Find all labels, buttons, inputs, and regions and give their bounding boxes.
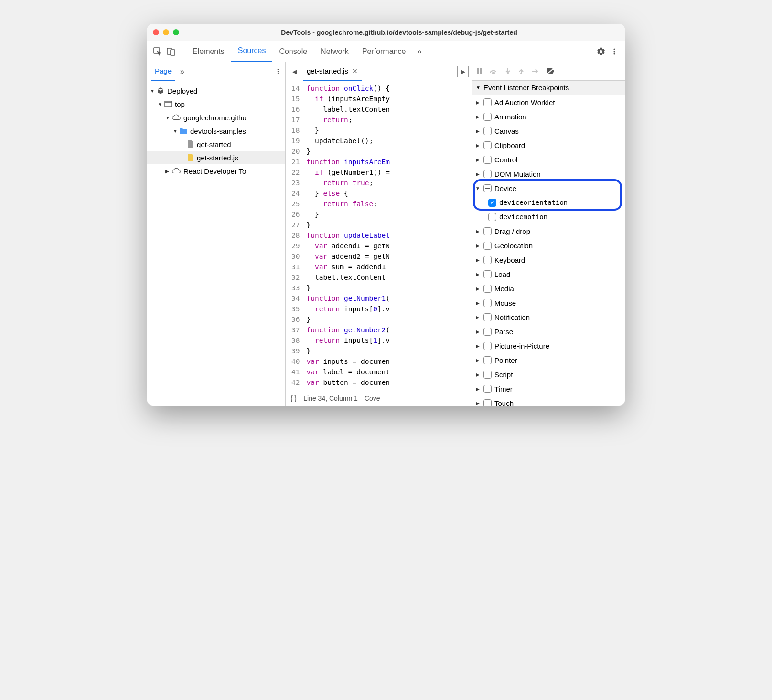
settings-gear-icon[interactable] xyxy=(594,45,608,58)
deactivate-breakpoints-icon[interactable] xyxy=(546,67,555,75)
tree-file-html[interactable]: get-started xyxy=(147,138,285,151)
bp-category[interactable]: ▶DOM Mutation xyxy=(472,167,625,181)
checkbox[interactable] xyxy=(483,356,492,364)
step-over-icon[interactable] xyxy=(489,68,498,74)
event-listener-breakpoints-header[interactable]: ▼ Event Listener Breakpoints xyxy=(472,81,625,95)
step-out-icon[interactable] xyxy=(518,68,525,74)
bp-category[interactable]: ▶Ad Auction Worklet xyxy=(472,95,625,109)
divider xyxy=(182,47,182,56)
checkbox[interactable] xyxy=(483,242,492,250)
tree-extension[interactable]: ▶ React Developer To xyxy=(147,164,285,178)
tree-folder[interactable]: ▼ devtools-samples xyxy=(147,124,285,138)
step-icon[interactable] xyxy=(531,68,539,74)
checkbox[interactable] xyxy=(483,141,492,149)
bp-category[interactable]: ▶Timer xyxy=(472,382,625,396)
window-title: DevTools - googlechrome.github.io/devtoo… xyxy=(179,29,619,36)
bp-category[interactable]: ▶Mouse xyxy=(472,296,625,310)
checkbox[interactable] xyxy=(483,371,492,379)
close-window-button[interactable] xyxy=(153,29,159,35)
svg-rect-12 xyxy=(480,68,482,74)
checkbox[interactable] xyxy=(483,313,492,321)
bp-category[interactable]: ▶Picture-in-Picture xyxy=(472,339,625,353)
checkbox[interactable] xyxy=(483,156,492,164)
cursor-position: Line 34, Column 1 xyxy=(303,394,358,402)
bp-event[interactable]: devicemotion xyxy=(472,210,625,224)
bp-category[interactable]: ▶Geolocation xyxy=(472,238,625,253)
code-content[interactable]: function onClick() { if (inputsAreEmpty … xyxy=(303,81,390,390)
bp-category[interactable]: ▶Touch xyxy=(472,396,625,406)
nav-prev-icon[interactable]: ◀ xyxy=(289,66,300,77)
checkbox[interactable] xyxy=(483,342,492,350)
bp-category[interactable]: ▶Load xyxy=(472,267,625,281)
checkbox[interactable] xyxy=(483,113,492,121)
bp-category[interactable]: ▶Clipboard xyxy=(472,138,625,152)
line-gutter: 1415161718192021222324252627282930313233… xyxy=(286,81,303,390)
tree-file-js[interactable]: get-started.js xyxy=(147,151,285,164)
code-editor[interactable]: 1415161718192021222324252627282930313233… xyxy=(286,81,472,390)
svg-rect-9 xyxy=(165,101,172,107)
checkbox[interactable] xyxy=(483,170,492,178)
bp-category[interactable]: ▶Parse xyxy=(472,324,625,339)
pretty-print-icon[interactable]: { } xyxy=(290,394,297,402)
tree-top[interactable]: ▼ top xyxy=(147,97,285,111)
nav-next-icon[interactable]: ▶ xyxy=(457,66,469,77)
navigator-more-icon[interactable]: » xyxy=(175,67,189,76)
checkbox[interactable] xyxy=(483,227,492,235)
debug-toolbar xyxy=(472,62,625,81)
navigator-tab-page[interactable]: Page xyxy=(151,62,175,81)
zoom-window-button[interactable] xyxy=(173,29,179,35)
checkbox[interactable]: ✓ xyxy=(488,199,496,207)
panel-tab-network[interactable]: Network xyxy=(314,41,355,62)
checkbox[interactable] xyxy=(483,184,492,192)
bp-category[interactable]: ▶Pointer xyxy=(472,353,625,367)
checkbox[interactable] xyxy=(483,299,492,307)
panel-tab-performance[interactable]: Performance xyxy=(355,41,413,62)
bp-category[interactable]: ▶Canvas xyxy=(472,124,625,138)
checkbox[interactable] xyxy=(483,270,492,278)
checkbox[interactable] xyxy=(483,385,492,393)
checkbox[interactable] xyxy=(483,399,492,406)
tree-deployed[interactable]: ▼ Deployed xyxy=(147,84,285,97)
file-tree: ▼ Deployed ▼ top ▼ googlechrome.githu ▼ … xyxy=(147,81,285,180)
svg-point-8 xyxy=(278,73,279,74)
bp-category[interactable]: ▶Animation xyxy=(472,109,625,124)
checkbox[interactable] xyxy=(483,127,492,135)
checkbox[interactable] xyxy=(483,285,492,293)
bp-category[interactable]: ▶Control xyxy=(472,152,625,167)
bp-category[interactable]: ▶Media xyxy=(472,281,625,296)
checkbox[interactable] xyxy=(483,328,492,336)
bp-event[interactable]: ✓deviceorientation xyxy=(472,195,625,210)
bp-category[interactable]: ▶Script xyxy=(472,367,625,382)
bp-category[interactable]: ▶Drag / drop xyxy=(472,224,625,238)
bp-category[interactable]: ▼Device xyxy=(472,181,625,195)
titlebar: DevTools - googlechrome.github.io/devtoo… xyxy=(147,24,625,41)
minimize-window-button[interactable] xyxy=(163,29,169,35)
checkbox[interactable] xyxy=(488,213,496,221)
navigator-kebab-icon[interactable] xyxy=(275,68,281,75)
tree-origin[interactable]: ▼ googlechrome.githu xyxy=(147,111,285,124)
devtools-window: DevTools - googlechrome.github.io/devtoo… xyxy=(147,24,625,406)
bp-category[interactable]: ▶Keyboard xyxy=(472,253,625,267)
more-tabs-chevron-icon[interactable]: » xyxy=(412,47,426,56)
coverage-label: Cove xyxy=(365,394,380,402)
pause-icon[interactable] xyxy=(476,68,482,74)
navigator-sidebar: Page » ▼ Deployed ▼ top ▼ googlechrome.g… xyxy=(147,62,286,406)
device-toggle-icon[interactable] xyxy=(164,45,178,58)
svg-rect-2 xyxy=(171,50,175,55)
checkbox[interactable] xyxy=(483,256,492,264)
inspect-icon[interactable] xyxy=(151,45,164,58)
bp-category[interactable]: ▶Notification xyxy=(472,310,625,324)
panel-tab-console[interactable]: Console xyxy=(272,41,314,62)
svg-point-3 xyxy=(613,48,615,50)
file-tab[interactable]: get-started.js ✕ xyxy=(303,62,362,81)
panel-tab-elements[interactable]: Elements xyxy=(186,41,231,62)
kebab-menu-icon[interactable] xyxy=(608,45,621,58)
svg-point-15 xyxy=(520,73,522,74)
checkbox[interactable] xyxy=(483,98,492,106)
step-into-icon[interactable] xyxy=(504,68,511,74)
close-tab-icon[interactable]: ✕ xyxy=(352,67,358,75)
main-tabbar: ElementsSourcesConsoleNetworkPerformance… xyxy=(147,41,625,62)
svg-point-7 xyxy=(278,71,279,72)
panel-tab-sources[interactable]: Sources xyxy=(231,41,273,62)
svg-point-13 xyxy=(493,72,494,74)
